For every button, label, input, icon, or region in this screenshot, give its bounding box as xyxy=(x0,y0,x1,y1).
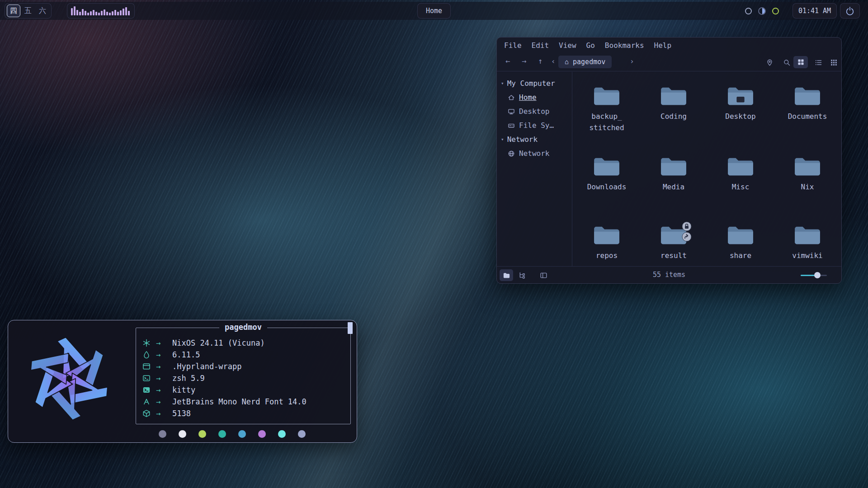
list-view-button[interactable] xyxy=(813,57,823,67)
menu-bookmarks[interactable]: Bookmarks xyxy=(605,41,644,50)
color-palette xyxy=(159,430,306,438)
sidebar-item-desktop[interactable]: Desktop xyxy=(497,104,572,118)
chevron-down-icon: ▾ xyxy=(501,80,504,86)
fetch-row-terminal: →kitty xyxy=(142,384,347,396)
breadcrumb-path-label: pagedmov xyxy=(573,58,605,66)
fetch-row-shell-prompt: →zsh 5.9 xyxy=(142,372,347,384)
folder-icon xyxy=(593,225,621,246)
file-item-coding[interactable]: Coding xyxy=(640,85,707,122)
file-item-repos[interactable]: repos xyxy=(573,225,640,261)
menu-view[interactable]: View xyxy=(559,41,576,50)
up-button[interactable]: ↑ xyxy=(535,56,546,66)
power-button[interactable] xyxy=(840,3,860,19)
file-icon-wrap xyxy=(660,85,688,107)
sidebar-item-filesy[interactable]: File Sy… xyxy=(497,118,572,132)
sidebar-section-network[interactable]: ▾Network xyxy=(497,132,572,146)
palette-dot xyxy=(298,430,306,438)
system-info-panel: pagedmov →NixOS 24.11 (Vicuna)→6.11.5→.H… xyxy=(136,328,351,424)
file-item-vimwiki[interactable]: vimwiki xyxy=(774,225,841,261)
menu-file[interactable]: File xyxy=(504,41,522,50)
workspace-button[interactable]: 六 xyxy=(36,5,49,17)
file-label: stitched xyxy=(589,122,624,133)
menu-edit[interactable]: Edit xyxy=(532,41,549,50)
visualizer-bar xyxy=(71,8,73,15)
home-icon xyxy=(508,94,515,101)
back-button[interactable]: ← xyxy=(502,56,513,66)
folder-icon xyxy=(593,85,621,107)
file-item-share[interactable]: share xyxy=(707,225,774,261)
file-item-backup_stitched[interactable]: backup_stitched xyxy=(573,85,640,133)
sidebar-item-label: Network xyxy=(519,149,549,158)
visualizer-bar xyxy=(104,9,105,15)
visualizer-bar xyxy=(106,12,108,15)
breadcrumb-next-icon[interactable]: › xyxy=(630,57,634,66)
visualizer-bar xyxy=(109,13,111,15)
folder-icon xyxy=(793,156,821,178)
arrow-icon: → xyxy=(156,374,172,383)
circle-outline-icon[interactable] xyxy=(745,8,752,14)
file-label: result xyxy=(660,250,687,261)
kernel-droplet-icon xyxy=(142,351,151,359)
file-item-documents[interactable]: Documents xyxy=(774,85,841,122)
workspace-button[interactable]: 五 xyxy=(21,5,35,17)
fetch-row-value: zsh 5.9 xyxy=(172,374,205,383)
folder-icon xyxy=(793,85,821,107)
file-label: Misc xyxy=(732,181,750,192)
file-item-nix[interactable]: Nix xyxy=(774,156,841,192)
breadcrumb[interactable]: ⌂ pagedmov xyxy=(558,56,612,68)
file-icon-wrap xyxy=(593,85,621,107)
sidebar-section-label: My Computer xyxy=(507,79,555,88)
file-icon-wrap xyxy=(593,156,621,178)
slider-knob[interactable] xyxy=(814,272,821,278)
file-icon-wrap xyxy=(660,156,688,178)
folder-icon xyxy=(726,156,755,178)
file-icon-wrap xyxy=(726,156,755,178)
fastfetch-window: pagedmov →NixOS 24.11 (Vicuna)→6.11.5→.H… xyxy=(8,320,357,443)
file-item-media[interactable]: Media xyxy=(640,156,707,192)
visualizer-bar xyxy=(123,9,124,15)
palette-dot xyxy=(278,430,286,438)
file-icon-wrap xyxy=(793,85,821,107)
wm-window-icon xyxy=(142,362,151,371)
workspace-button[interactable]: 四 xyxy=(7,5,20,17)
file-label: repos xyxy=(596,250,618,261)
half-circle-icon[interactable] xyxy=(758,7,766,15)
visualizer-bar xyxy=(125,7,127,15)
menu-help[interactable]: Help xyxy=(654,41,672,50)
grid-view-button[interactable] xyxy=(793,56,808,68)
zoom-slider[interactable] xyxy=(801,272,827,279)
menu-go[interactable]: Go xyxy=(586,41,595,50)
location-pin-button[interactable] xyxy=(764,57,774,67)
file-icon-wrap xyxy=(660,225,688,246)
sidebar-item-network[interactable]: Network xyxy=(497,146,572,160)
visualizer-bar xyxy=(90,11,92,15)
focused-window-title[interactable]: Home xyxy=(417,3,451,19)
visualizer-bar xyxy=(85,11,86,15)
fetch-row-package-cube: →5138 xyxy=(142,408,347,419)
toolbar: ←→↑ ‹ ⌂ pagedmov › xyxy=(497,53,841,71)
file-item-downloads[interactable]: Downloads xyxy=(573,156,640,192)
home-icon: ⌂ xyxy=(565,58,569,66)
forward-button[interactable]: → xyxy=(519,56,529,66)
window-title-label: Home xyxy=(426,7,442,15)
nix-snowflake-icon xyxy=(142,339,151,347)
apps-grid-button[interactable] xyxy=(829,57,839,67)
visualizer-bar xyxy=(93,10,94,15)
file-item-misc[interactable]: Misc xyxy=(707,156,774,192)
folder-icon xyxy=(660,85,688,107)
arrow-icon: → xyxy=(156,397,172,406)
file-item-desktop[interactable]: Desktop xyxy=(707,85,774,122)
lock-emblem-icon xyxy=(682,221,692,231)
search-button[interactable] xyxy=(782,57,792,67)
visualizer-bar xyxy=(74,6,75,15)
palette-dot xyxy=(179,430,186,438)
grid-view-icon xyxy=(797,58,805,66)
circle-outline-green-icon[interactable] xyxy=(772,8,779,14)
file-icon-wrap xyxy=(793,156,821,178)
breadcrumb-prev-icon[interactable]: ‹ xyxy=(551,57,556,66)
sidebar-item-label: File Sy… xyxy=(519,121,554,130)
file-item-result[interactable]: result xyxy=(640,225,707,261)
sidebar-item-home[interactable]: Home xyxy=(497,90,572,104)
terminal-icon xyxy=(142,386,151,394)
sidebar-section-my-computer[interactable]: ▾My Computer xyxy=(497,76,572,90)
